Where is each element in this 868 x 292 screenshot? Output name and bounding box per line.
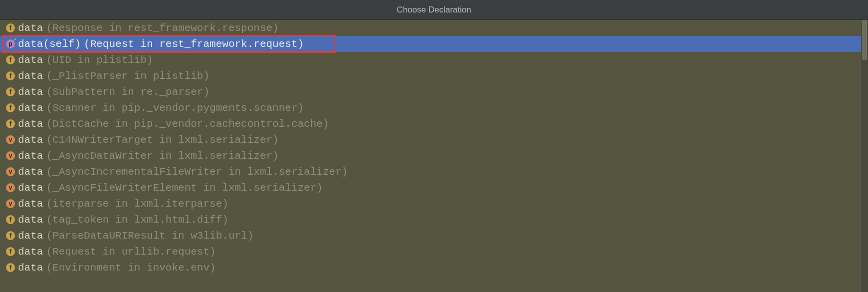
- field-icon: f: [6, 23, 15, 32]
- declaration-qualifier: (_AsyncDataWriter in lxml.serializer): [46, 150, 278, 162]
- window-titlebar: Choose Declaration: [0, 0, 868, 20]
- field-icon: f: [6, 87, 15, 96]
- declaration-qualifier: (tag_token in lxml.html.diff): [46, 214, 228, 226]
- field-icon: f: [6, 247, 15, 256]
- vertical-scrollbar[interactable]: [861, 20, 868, 292]
- variable-icon: v: [6, 183, 15, 192]
- declaration-item[interactable]: vdata(_AsyncDataWriter in lxml.serialize…: [0, 148, 868, 164]
- declaration-name: data: [18, 198, 43, 210]
- declaration-item[interactable]: vdata(iterparse in lxml.iterparse): [0, 196, 868, 212]
- declaration-name: data: [18, 134, 43, 146]
- declaration-qualifier: (DictCache in pip._vendor.cachecontrol.c…: [46, 118, 329, 130]
- declaration-item[interactable]: fdata(Environment in invoke.env): [0, 260, 868, 276]
- declaration-name: data: [18, 70, 43, 82]
- field-icon: f: [6, 215, 15, 224]
- declaration-name: data: [18, 214, 43, 226]
- declaration-name: data: [18, 102, 43, 114]
- declaration-item[interactable]: vdata(_AsyncIncrementalFileWriter in lxm…: [0, 164, 868, 180]
- declaration-list: fdata(Response in rest_framework.respons…: [0, 20, 868, 292]
- declaration-item[interactable]: fdata(DictCache in pip._vendor.cachecont…: [0, 116, 868, 132]
- declaration-qualifier: (Response in rest_framework.response): [46, 22, 278, 34]
- declaration-item[interactable]: fdata(ParseDataURIResult in w3lib.url): [0, 228, 868, 244]
- declaration-name: data: [18, 230, 43, 242]
- declaration-qualifier: (Request in urllib.request): [46, 246, 216, 258]
- declaration-item[interactable]: fdata(Response in rest_framework.respons…: [0, 20, 868, 36]
- declaration-qualifier: (ParseDataURIResult in w3lib.url): [46, 230, 253, 242]
- declaration-name: data: [18, 246, 43, 258]
- declaration-name: data(self): [18, 38, 81, 50]
- field-icon: f: [6, 55, 15, 64]
- declaration-qualifier: (C14NWriterTarget in lxml.serializer): [46, 134, 278, 146]
- declaration-qualifier: (iterparse in lxml.iterparse): [46, 198, 228, 210]
- declaration-qualifier: (Scanner in pip._vendor.pygments.scanner…: [46, 102, 304, 114]
- property-icon: p↗: [6, 39, 15, 48]
- scrollbar-thumb[interactable]: [862, 20, 867, 60]
- variable-icon: v: [6, 167, 15, 176]
- declaration-qualifier: (_AsyncFileWriterElement in lxml.seriali…: [46, 182, 323, 194]
- declaration-item[interactable]: fdata(tag_token in lxml.html.diff): [0, 212, 868, 228]
- field-icon: f: [6, 71, 15, 80]
- declaration-item[interactable]: vdata(_AsyncFileWriterElement in lxml.se…: [0, 180, 868, 196]
- variable-icon: v: [6, 199, 15, 208]
- declaration-name: data: [18, 150, 43, 162]
- declaration-name: data: [18, 54, 43, 66]
- declaration-qualifier: (_AsyncIncrementalFileWriter in lxml.ser…: [46, 166, 348, 178]
- declaration-name: data: [18, 22, 43, 34]
- declaration-name: data: [18, 262, 43, 274]
- declaration-name: data: [18, 182, 43, 194]
- declaration-qualifier: (SubPattern in re._parser): [46, 86, 210, 98]
- declaration-name: data: [18, 118, 43, 130]
- declaration-name: data: [18, 86, 43, 98]
- declaration-item[interactable]: fdata(Request in urllib.request): [0, 244, 868, 260]
- declaration-qualifier: (Request in rest_framework.request): [84, 38, 304, 50]
- declaration-item[interactable]: p↗data(self)(Request in rest_framework.r…: [0, 36, 868, 52]
- field-icon: f: [6, 263, 15, 272]
- declaration-qualifier: (Environment in invoke.env): [46, 262, 216, 274]
- declaration-item[interactable]: vdata(C14NWriterTarget in lxml.serialize…: [0, 132, 868, 148]
- declaration-item[interactable]: fdata(SubPattern in re._parser): [0, 84, 868, 100]
- declaration-qualifier: (_PlistParser in plistlib): [46, 70, 210, 82]
- declaration-item[interactable]: fdata(Scanner in pip._vendor.pygments.sc…: [0, 100, 868, 116]
- readwrite-arrow-icon: ↗: [13, 37, 16, 42]
- variable-icon: v: [6, 135, 15, 144]
- declaration-item[interactable]: fdata(_PlistParser in plistlib): [0, 68, 868, 84]
- field-icon: f: [6, 103, 15, 112]
- field-icon: f: [6, 119, 15, 128]
- declaration-item[interactable]: fdata(UID in plistlib): [0, 52, 868, 68]
- field-icon: f: [6, 231, 15, 240]
- declaration-qualifier: (UID in plistlib): [46, 54, 153, 66]
- window-title: Choose Declaration: [397, 5, 471, 15]
- declaration-name: data: [18, 166, 43, 178]
- variable-icon: v: [6, 151, 15, 160]
